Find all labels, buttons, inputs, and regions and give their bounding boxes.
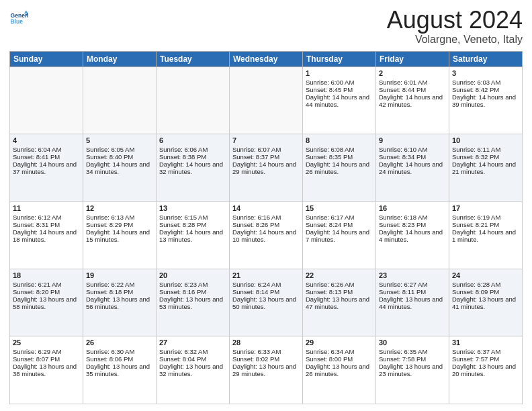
day-header-monday: Monday bbox=[83, 51, 157, 66]
day-info: Sunrise: 6:16 AM bbox=[232, 214, 300, 221]
day-info: Sunrise: 6:23 AM bbox=[159, 281, 226, 288]
day-info: Sunrise: 6:21 AM bbox=[13, 281, 80, 288]
day-info: Sunset: 8:02 PM bbox=[232, 355, 300, 363]
day-info: Daylight: 13 hours and 20 minutes. bbox=[452, 363, 519, 377]
day-info: Daylight: 13 hours and 47 minutes. bbox=[306, 295, 373, 310]
day-number: 29 bbox=[306, 338, 373, 347]
day-info: Sunset: 8:32 PM bbox=[452, 153, 519, 161]
day-info: Daylight: 14 hours and 44 minutes. bbox=[306, 93, 373, 108]
day-info: Sunset: 8:37 PM bbox=[232, 153, 300, 161]
day-info: Sunset: 8:18 PM bbox=[86, 288, 153, 295]
day-info: Daylight: 14 hours and 10 minutes. bbox=[232, 228, 300, 243]
day-number: 13 bbox=[159, 204, 226, 212]
day-info: Sunrise: 6:12 AM bbox=[13, 214, 80, 221]
calendar-cell: 4Sunrise: 6:04 AMSunset: 8:41 PMDaylight… bbox=[10, 134, 83, 201]
calendar-cell: 8Sunrise: 6:08 AMSunset: 8:35 PMDaylight… bbox=[303, 134, 376, 201]
calendar-cell: 7Sunrise: 6:07 AMSunset: 8:37 PMDaylight… bbox=[230, 134, 303, 201]
calendar-cell: 5Sunrise: 6:05 AMSunset: 8:40 PMDaylight… bbox=[83, 134, 157, 201]
day-info: Sunset: 8:35 PM bbox=[306, 153, 373, 161]
day-info: Daylight: 13 hours and 35 minutes. bbox=[86, 363, 153, 377]
day-info: Sunrise: 6:15 AM bbox=[159, 214, 226, 221]
day-info: Sunset: 8:14 PM bbox=[232, 288, 300, 295]
day-info: Sunrise: 6:37 AM bbox=[452, 348, 519, 355]
calendar-cell: 21Sunrise: 6:24 AMSunset: 8:14 PMDayligh… bbox=[230, 269, 303, 336]
day-info: Sunrise: 6:08 AM bbox=[306, 146, 373, 153]
day-info: Daylight: 14 hours and 1 minute. bbox=[452, 228, 519, 243]
day-number: 23 bbox=[379, 271, 446, 279]
calendar-cell: 1Sunrise: 6:00 AMSunset: 8:45 PMDaylight… bbox=[303, 66, 376, 134]
day-number: 1 bbox=[306, 69, 373, 77]
day-number: 8 bbox=[306, 136, 373, 144]
day-info: Sunset: 8:42 PM bbox=[452, 86, 519, 93]
day-number: 30 bbox=[379, 338, 446, 347]
day-number: 22 bbox=[306, 271, 373, 279]
day-info: Daylight: 14 hours and 29 minutes. bbox=[232, 161, 300, 175]
day-info: Sunrise: 6:00 AM bbox=[306, 79, 373, 86]
day-info: Sunset: 8:20 PM bbox=[13, 288, 80, 295]
day-header-sunday: Sunday bbox=[10, 51, 83, 66]
day-info: Sunrise: 6:04 AM bbox=[13, 146, 80, 153]
day-header-saturday: Saturday bbox=[449, 51, 523, 66]
day-info: Sunset: 8:16 PM bbox=[159, 288, 226, 295]
day-number: 3 bbox=[452, 69, 519, 77]
day-number: 4 bbox=[13, 136, 80, 144]
calendar-cell: 28Sunrise: 6:33 AMSunset: 8:02 PMDayligh… bbox=[230, 336, 303, 404]
day-info: Sunrise: 6:01 AM bbox=[379, 79, 446, 86]
day-info: Daylight: 13 hours and 38 minutes. bbox=[13, 363, 80, 377]
day-info: Sunrise: 6:06 AM bbox=[159, 146, 226, 153]
calendar-cell: 9Sunrise: 6:10 AMSunset: 8:34 PMDaylight… bbox=[376, 134, 449, 201]
day-info: Sunrise: 6:10 AM bbox=[379, 146, 446, 153]
day-info: Sunrise: 6:03 AM bbox=[452, 79, 519, 86]
day-info: Daylight: 14 hours and 42 minutes. bbox=[379, 93, 446, 108]
day-info: Sunrise: 6:17 AM bbox=[306, 214, 373, 221]
calendar-cell: 20Sunrise: 6:23 AMSunset: 8:16 PMDayligh… bbox=[157, 269, 230, 336]
calendar: SundayMondayTuesdayWednesdayThursdayFrid… bbox=[9, 51, 523, 404]
calendar-cell bbox=[10, 66, 83, 134]
week-row-1: 4Sunrise: 6:04 AMSunset: 8:41 PMDaylight… bbox=[10, 134, 523, 201]
day-info: Sunrise: 6:35 AM bbox=[379, 348, 446, 355]
day-info: Daylight: 13 hours and 44 minutes. bbox=[379, 295, 446, 310]
logo: General Blue bbox=[9, 7, 28, 28]
day-info: Daylight: 14 hours and 26 minutes. bbox=[306, 161, 373, 175]
day-info: Daylight: 13 hours and 53 minutes. bbox=[159, 295, 226, 310]
location-title: Volargne, Veneto, Italy bbox=[387, 34, 523, 46]
day-number: 14 bbox=[232, 204, 300, 212]
day-number: 5 bbox=[86, 136, 153, 144]
week-row-4: 25Sunrise: 6:29 AMSunset: 8:07 PMDayligh… bbox=[10, 336, 523, 404]
day-info: Sunrise: 6:34 AM bbox=[306, 348, 373, 355]
day-info: Sunrise: 6:28 AM bbox=[452, 281, 519, 288]
day-info: Sunrise: 6:24 AM bbox=[232, 281, 300, 288]
day-number: 6 bbox=[159, 136, 226, 144]
calendar-cell: 22Sunrise: 6:26 AMSunset: 8:13 PMDayligh… bbox=[303, 269, 376, 336]
day-info: Sunrise: 6:19 AM bbox=[452, 214, 519, 221]
day-info: Daylight: 14 hours and 32 minutes. bbox=[159, 161, 226, 175]
day-number: 11 bbox=[13, 204, 80, 212]
day-info: Sunset: 8:23 PM bbox=[379, 221, 446, 228]
calendar-cell: 13Sunrise: 6:15 AMSunset: 8:28 PMDayligh… bbox=[157, 201, 230, 269]
day-number: 9 bbox=[379, 136, 446, 144]
day-info: Sunset: 8:24 PM bbox=[306, 221, 373, 228]
title-block: August 2024 Volargne, Veneto, Italy bbox=[387, 7, 523, 46]
calendar-cell: 12Sunrise: 6:13 AMSunset: 8:29 PMDayligh… bbox=[83, 201, 157, 269]
calendar-cell: 6Sunrise: 6:06 AMSunset: 8:38 PMDaylight… bbox=[157, 134, 230, 201]
day-info: Daylight: 13 hours and 32 minutes. bbox=[159, 363, 226, 377]
day-info: Daylight: 14 hours and 37 minutes. bbox=[13, 161, 80, 175]
calendar-cell: 2Sunrise: 6:01 AMSunset: 8:44 PMDaylight… bbox=[376, 66, 449, 134]
day-number: 2 bbox=[379, 69, 446, 77]
day-info: Sunset: 8:07 PM bbox=[13, 355, 80, 363]
day-number: 20 bbox=[159, 271, 226, 279]
day-info: Sunrise: 6:27 AM bbox=[379, 281, 446, 288]
day-number: 31 bbox=[452, 338, 519, 347]
calendar-cell: 14Sunrise: 6:16 AMSunset: 8:26 PMDayligh… bbox=[230, 201, 303, 269]
calendar-cell bbox=[83, 66, 157, 134]
calendar-cell: 10Sunrise: 6:11 AMSunset: 8:32 PMDayligh… bbox=[449, 134, 523, 201]
day-info: Daylight: 13 hours and 56 minutes. bbox=[86, 295, 153, 310]
day-info: Daylight: 14 hours and 7 minutes. bbox=[306, 228, 373, 243]
day-info: Sunset: 8:26 PM bbox=[232, 221, 300, 228]
day-header-thursday: Thursday bbox=[303, 51, 376, 66]
calendar-cell: 18Sunrise: 6:21 AMSunset: 8:20 PMDayligh… bbox=[10, 269, 83, 336]
day-header-wednesday: Wednesday bbox=[230, 51, 303, 66]
day-info: Sunrise: 6:30 AM bbox=[86, 348, 153, 355]
day-number: 12 bbox=[86, 204, 153, 212]
day-info: Sunset: 8:34 PM bbox=[379, 153, 446, 161]
